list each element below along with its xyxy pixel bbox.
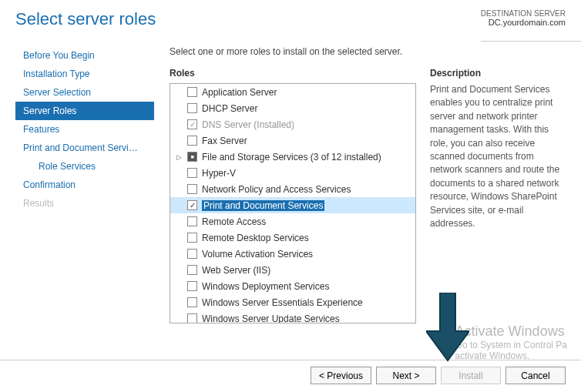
destination-block: DESTINATION SERVER DC.yourdomain.com [481, 9, 566, 27]
role-checkbox[interactable] [187, 249, 197, 259]
role-label: Hyper-V [202, 168, 236, 179]
role-label: Windows Server Update Services [202, 313, 340, 324]
wizard-footer: < Previous Next > Install Cancel [0, 360, 581, 392]
page-title: Select server roles [15, 9, 156, 29]
role-checkbox [187, 119, 197, 129]
role-label: Network Policy and Access Services [202, 184, 351, 195]
nav-item-0[interactable]: Before You Begin [15, 46, 154, 65]
nav-item-1[interactable]: Installation Type [15, 65, 154, 83]
next-button[interactable]: Next > [376, 367, 436, 384]
nav-item-5[interactable]: Print and Document Servi… [15, 139, 154, 157]
expander-icon[interactable]: ▷ [175, 153, 183, 161]
role-row[interactable]: Print and Document Services [170, 197, 415, 213]
role-label: Windows Deployment Services [202, 281, 329, 292]
role-row[interactable]: Windows Deployment Services [170, 278, 415, 294]
role-row[interactable]: Windows Server Update Services [170, 310, 415, 323]
wizard-nav: Before You BeginInstallation TypeServer … [15, 46, 154, 343]
cancel-button[interactable]: Cancel [505, 367, 566, 384]
role-label: Web Server (IIS) [202, 265, 270, 276]
role-label: File and Storage Services (3 of 12 insta… [202, 152, 381, 162]
role-row[interactable]: Remote Desktop Services [170, 230, 415, 246]
role-checkbox[interactable] [187, 103, 197, 113]
role-label: Application Server [202, 87, 277, 98]
role-checkbox[interactable] [187, 233, 197, 243]
nav-item-2[interactable]: Server Selection [15, 83, 154, 102]
role-checkbox[interactable] [187, 216, 197, 226]
role-row[interactable]: Remote Access [170, 213, 415, 230]
role-row[interactable]: ▷File and Storage Services (3 of 12 inst… [170, 149, 415, 165]
role-label: DHCP Server [202, 103, 257, 114]
roles-heading: Roles [170, 68, 416, 79]
nav-item-8: Results [15, 194, 154, 213]
role-row[interactable]: DHCP Server [170, 100, 415, 116]
nav-item-7[interactable]: Confirmation [15, 176, 154, 194]
role-row[interactable]: Windows Server Essentials Experience [170, 294, 415, 310]
description-heading: Description [430, 68, 566, 79]
role-row[interactable]: Volume Activation Services [170, 246, 415, 262]
nav-item-6[interactable]: Role Services [15, 157, 154, 176]
role-label: Volume Activation Services [202, 249, 313, 260]
role-checkbox[interactable] [187, 168, 197, 178]
role-row[interactable]: Application Server [170, 84, 415, 100]
role-checkbox[interactable] [187, 281, 197, 291]
install-button[interactable]: Install [441, 367, 501, 384]
role-label: Print and Document Services [202, 200, 324, 211]
role-row[interactable]: Web Server (IIS) [170, 262, 415, 278]
role-row[interactable]: Fax Server [170, 132, 415, 149]
destination-label: DESTINATION SERVER [481, 9, 566, 18]
role-row[interactable]: Hyper-V [170, 165, 415, 181]
role-checkbox[interactable] [187, 87, 197, 97]
role-label: Remote Access [202, 216, 266, 227]
role-checkbox[interactable] [187, 313, 197, 323]
role-label: Fax Server [202, 136, 247, 146]
role-label: Windows Server Essentials Experience [202, 297, 363, 308]
nav-item-3[interactable]: Server Roles [15, 102, 154, 120]
role-checkbox[interactable] [187, 184, 197, 194]
role-row[interactable]: Network Policy and Access Services [170, 181, 415, 197]
role-checkbox[interactable] [187, 200, 197, 210]
destination-server: DC.yourdomain.com [481, 18, 566, 27]
role-checkbox[interactable] [187, 152, 197, 162]
instruction-text: Select one or more roles to install on t… [170, 46, 566, 57]
role-label: Remote Desktop Services [202, 233, 309, 243]
previous-button[interactable]: < Previous [311, 367, 371, 384]
role-checkbox[interactable] [187, 265, 197, 275]
role-checkbox[interactable] [187, 297, 197, 307]
role-label: DNS Server (Installed) [202, 119, 294, 130]
nav-item-4[interactable]: Features [15, 120, 154, 139]
role-checkbox[interactable] [187, 136, 197, 146]
description-text: Print and Document Services enables you … [430, 83, 566, 230]
roles-listbox[interactable]: Application ServerDHCP ServerDNS Server … [170, 83, 416, 323]
role-row[interactable]: DNS Server (Installed) [170, 116, 415, 132]
